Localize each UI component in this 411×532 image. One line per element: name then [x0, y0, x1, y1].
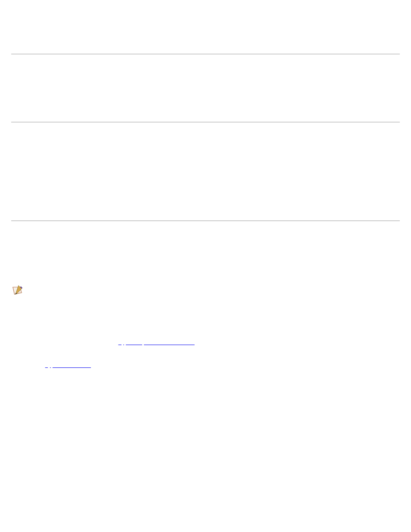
table-row: Label AValue A placeholder text	[11, 28, 400, 38]
table-row: Label CValue C placeholder text	[11, 75, 400, 86]
row-key: Label F	[11, 106, 140, 116]
section-heading: Section Title Placeholder	[11, 227, 400, 238]
row-key: Label B	[11, 37, 140, 48]
row-key: Label I	[11, 164, 140, 174]
section-heading: Section Title Placeholder	[11, 128, 400, 140]
list-item: Step one placeholder text goes here.	[31, 314, 400, 325]
paragraph: Lorem ipsum dolor sit amet consectetur:	[11, 301, 400, 310]
key-value-table: Label GValue G placeholder text Label HV…	[11, 144, 400, 215]
ordered-steps: Step one placeholder text goes here. Ste…	[31, 314, 400, 370]
row-value: Value G placeholder text	[140, 144, 400, 154]
table-row: Label DValue D placeholder text	[11, 86, 400, 96]
row-key: Label H	[11, 154, 140, 164]
row-key: Label E	[11, 96, 140, 106]
divider	[11, 221, 400, 221]
section-heading: Section Title Placeholder	[11, 60, 400, 72]
row-value: Value H placeholder text	[140, 154, 400, 164]
row-value: Value C placeholder text	[140, 75, 400, 86]
row-key: Label C	[11, 75, 140, 86]
key-value-table: Label CValue C placeholder text Label DV…	[11, 75, 400, 116]
list-item: Step three placeholder text with a hyper…	[31, 337, 400, 348]
key-value-table: Label AValue A placeholder text Label BV…	[11, 28, 400, 48]
step-text-after: and more text.	[195, 339, 232, 345]
table-row: Label FValue F placeholder text	[11, 106, 400, 116]
row-key: Label M	[11, 205, 140, 215]
step-text-before: See	[34, 362, 45, 368]
inline-link[interactable]: hyperlink placeholder text here	[118, 339, 195, 345]
table-row: Label EValue E placeholder text	[11, 96, 400, 106]
row-value: Value L placeholder text	[140, 194, 400, 205]
table-row: Label IValue I placeholder text	[11, 164, 400, 174]
table-row: Label MValue M placeholder text	[11, 205, 400, 215]
row-key: Label L	[11, 194, 140, 205]
row-key: Label J	[11, 174, 140, 184]
section-heading: Section Title Placeholder	[11, 12, 400, 23]
step-text-before: Step three placeholder text with a	[34, 339, 118, 345]
paragraph: Lorem ipsum dolor sit amet, consectetur …	[11, 374, 400, 392]
table-row: Label JValue J placeholder text	[11, 174, 400, 184]
list-item: Step two placeholder text goes here and …	[31, 326, 400, 336]
row-value: Value J placeholder text	[140, 174, 400, 184]
divider	[11, 54, 400, 54]
row-value: Value A placeholder text	[140, 28, 400, 38]
row-key: Label D	[11, 86, 140, 96]
table-row: Label KValue K placeholder text	[11, 184, 400, 195]
row-key: Label A	[11, 28, 140, 38]
table-row: Label LValue L placeholder text	[11, 194, 400, 205]
row-value: Value I placeholder text	[140, 164, 400, 174]
note-text: Lorem ipsum dolor sit amet, consectetur …	[27, 283, 370, 292]
divider	[11, 122, 400, 122]
subsection-heading: Subheading placeholder	[11, 246, 400, 256]
row-key: Label K	[11, 184, 140, 195]
table-row: Label GValue G placeholder text	[11, 144, 400, 154]
note-pencil-icon	[11, 284, 24, 296]
table-row: Label HValue H placeholder text	[11, 154, 400, 164]
row-value: Value D placeholder text	[140, 86, 400, 96]
row-value: Value E placeholder text	[140, 96, 400, 106]
list-item: Step four placeholder text goes here.	[31, 348, 400, 359]
note-block: Lorem ipsum dolor sit amet, consectetur …	[11, 283, 400, 296]
step-text-after: and additional placeholder wording after…	[91, 362, 213, 368]
row-key: Label G	[11, 144, 140, 154]
row-value: Value M placeholder text	[140, 205, 400, 215]
inline-link[interactable]: hyperlink text here	[45, 362, 91, 368]
row-value: Value F placeholder text	[140, 106, 400, 116]
row-value: Value K placeholder text	[140, 184, 400, 195]
list-item: See hyperlink text here and additional p…	[31, 360, 400, 371]
table-row: Label BValue B placeholder text	[11, 37, 400, 48]
paragraph: Lorem ipsum dolor sit amet, consectetur …	[11, 260, 400, 278]
row-value: Value B placeholder text	[140, 37, 400, 48]
